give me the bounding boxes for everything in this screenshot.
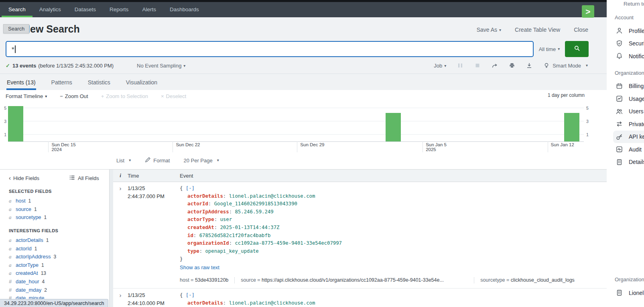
nav-item-datasets[interactable]: Datasets (68, 2, 103, 17)
panel-item-usage[interactable]: Usage (613, 92, 644, 105)
panel-item-users[interactable]: Users (613, 105, 644, 118)
json-value: 678526d582c1f20fac4babfb (199, 233, 271, 238)
json-value: lionel.palacin@clickhouse.com (229, 193, 315, 199)
selected-fields-section: SELECTED FIELDS ahost1asource1asourcetyp… (9, 189, 107, 222)
json-key: actorId (187, 201, 208, 207)
panel-item-security[interactable]: Security (613, 37, 644, 50)
panel-item-private-endpoints[interactable]: Private endpoints (613, 118, 644, 131)
nav-item-dashboards[interactable]: Dashboards (163, 2, 206, 17)
json-open-line: { [-] (180, 291, 607, 299)
hide-fields-button[interactable]: Hide Fields (9, 174, 39, 181)
meta-field-host[interactable]: host = 53de4339120b (180, 276, 228, 284)
org-icon (616, 158, 623, 166)
collapse-link[interactable]: [-] (186, 185, 195, 191)
panel-item-details[interactable]: Details (613, 156, 644, 169)
chart-icon (616, 95, 623, 102)
field-createdat[interactable]: acreatedAt13 (9, 269, 107, 278)
stop-icon[interactable] (474, 62, 481, 69)
json-colon: : (229, 209, 235, 215)
save-as-button[interactable]: Save As (477, 27, 501, 33)
x-tick-sublabel: 2025 (426, 147, 447, 152)
meta-field-source[interactable]: source = https://api.clickhouse.cloud/v1… (241, 276, 468, 284)
panel-item-profile[interactable]: Profile (613, 25, 644, 37)
zoom-out-button[interactable]: Zoom Out (60, 93, 88, 99)
field-count: 2 (44, 287, 47, 295)
field-name[interactable]: date_mday (16, 286, 41, 294)
field-name[interactable]: date_hour (16, 278, 39, 286)
timeline-bar[interactable] (564, 113, 579, 141)
nav-item-reports[interactable]: Reports (103, 2, 135, 17)
field-name[interactable]: source (16, 205, 31, 213)
search-input[interactable]: * (6, 41, 534, 57)
field-source[interactable]: asource1 (9, 205, 107, 214)
field-host[interactable]: ahost1 (9, 197, 107, 205)
close-button[interactable]: Close (574, 27, 588, 33)
share-icon[interactable] (492, 62, 498, 69)
meta-value: clickhouse_cloud_audit_logs (511, 277, 575, 283)
field-date-mday[interactable]: #date_mday2 (9, 286, 107, 295)
tab-statistics[interactable]: Statistics (87, 75, 111, 90)
event-json: { [-]actorDetails: lionel.palacin@clickh… (180, 291, 607, 307)
field-actoripaddress[interactable]: aactorIpAddress3 (9, 253, 107, 261)
field-name[interactable]: createdAt (16, 269, 38, 277)
event-clock: 2:44:37.000 PM (128, 192, 180, 201)
event-count: 13 events (12, 63, 36, 69)
time-column-header: Time (128, 173, 180, 179)
expand-chevron-icon[interactable]: › (113, 184, 128, 284)
nav-item-alerts[interactable]: Alerts (135, 2, 163, 17)
show-raw-text-link[interactable]: Show as raw text (180, 264, 607, 272)
format-results-label: Format (153, 158, 170, 164)
panel-item-label: Details (629, 159, 644, 165)
expand-chevron-icon[interactable]: › (113, 291, 128, 307)
job-status-bar: ✓ 13 events (before 1/13/25 2:45:32.000 … (6, 61, 588, 70)
json-value: lionel.palacin@clickhouse.com (229, 300, 315, 306)
nav-item-search[interactable]: Search (2, 2, 33, 17)
timeline-bar[interactable] (386, 113, 401, 141)
meta-field-sourcetype[interactable]: sourcetype = clickhouse_cloud_audit_logs (480, 276, 575, 284)
panel-item-billing[interactable]: Billing (613, 80, 644, 93)
create-table-view-button[interactable]: Create Table View (515, 27, 560, 33)
splunk-logo-icon[interactable]: > (582, 5, 594, 18)
panel-item-label: Lionel (629, 290, 644, 296)
return-link[interactable]: Return to (624, 1, 644, 7)
export-icon[interactable] (526, 62, 532, 69)
field-name[interactable]: actorType (16, 261, 39, 269)
field-count: 1 (35, 245, 37, 253)
pause-icon[interactable] (457, 62, 463, 69)
lightbulb-icon (543, 62, 550, 69)
field-date-hour[interactable]: #date_hour4 (9, 278, 107, 286)
field-actortype[interactable]: aactorType1 (9, 261, 107, 270)
field-name[interactable]: host (16, 197, 26, 205)
timeline-bar[interactable] (8, 106, 23, 141)
tab-events-13[interactable]: Events (13) (6, 75, 36, 90)
per-page-dropdown[interactable]: 20 Per Page (183, 158, 219, 164)
panel-item-lionel[interactable]: Lionel (613, 287, 644, 299)
event-sampling-dropdown[interactable]: No Event Sampling (137, 63, 185, 69)
tab-patterns[interactable]: Patterns (51, 75, 73, 90)
format-timeline-dropdown[interactable]: Format Timeline (6, 93, 47, 99)
job-menu[interactable]: Job (434, 63, 446, 69)
collapse-link[interactable]: [-] (186, 292, 195, 298)
nav-item-analytics[interactable]: Analytics (33, 2, 68, 17)
field-name[interactable]: sourcetype (16, 213, 41, 221)
display-type-dropdown[interactable]: List (116, 158, 131, 164)
field-sourcetype[interactable]: asourcetype1 (9, 213, 107, 222)
field-actorid[interactable]: aactorId1 (9, 245, 107, 253)
field-type-icon: # (9, 278, 13, 286)
search-mode-selector[interactable]: Smart Mode (543, 62, 588, 69)
json-value: 85.246.59.249 (235, 209, 273, 215)
field-name[interactable]: actorDetails (16, 236, 43, 244)
panel-item-api-keys[interactable]: API keys (613, 131, 644, 143)
tab-visualization[interactable]: Visualization (126, 75, 158, 90)
time-range-picker[interactable]: All time (534, 41, 565, 57)
field-type-icon: a (9, 213, 13, 221)
field-name[interactable]: actorIpAddress (16, 253, 51, 261)
panel-item-notifications[interactable]: Notifications (613, 50, 644, 63)
panel-item-audit[interactable]: Audit (613, 143, 644, 156)
search-button[interactable] (565, 41, 589, 57)
field-name[interactable]: actorId (16, 245, 32, 253)
format-results-button[interactable]: Format (144, 157, 170, 164)
all-fields-button[interactable]: All Fields (69, 174, 99, 182)
print-icon[interactable] (509, 62, 515, 69)
field-actordetails[interactable]: aactorDetails1 (9, 236, 107, 245)
